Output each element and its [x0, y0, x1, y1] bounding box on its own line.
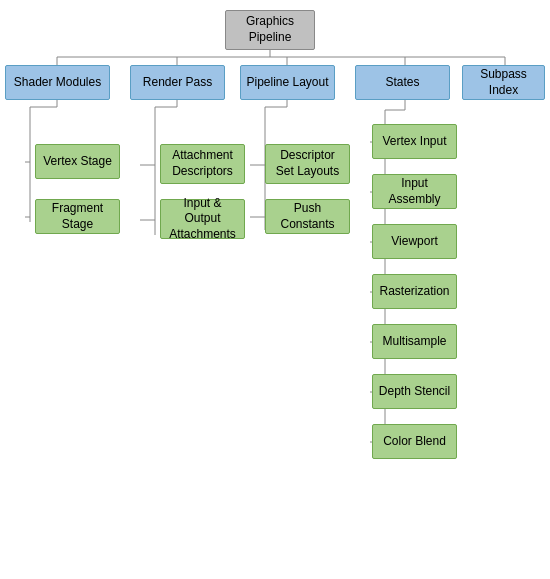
input-assembly-label: Input Assembly — [377, 176, 452, 207]
input-output-node: Input & Output Attachments — [160, 199, 245, 239]
shader-modules-node: Shader Modules — [5, 65, 110, 100]
graphics-pipeline-label: Graphics Pipeline — [230, 14, 310, 45]
fragment-stage-node: Fragment Stage — [35, 199, 120, 234]
color-blend-label: Color Blend — [383, 434, 446, 450]
graphics-pipeline-node: Graphics Pipeline — [225, 10, 315, 50]
vertex-input-node: Vertex Input — [372, 124, 457, 159]
viewport-label: Viewport — [391, 234, 437, 250]
subpass-index-label: Subpass Index — [467, 67, 540, 98]
rasterization-node: Rasterization — [372, 274, 457, 309]
depth-stencil-node: Depth Stencil — [372, 374, 457, 409]
multisample-node: Multisample — [372, 324, 457, 359]
viewport-node: Viewport — [372, 224, 457, 259]
push-constants-label: Push Constants — [270, 201, 345, 232]
descriptor-set-label: Descriptor Set Layouts — [270, 148, 345, 179]
multisample-label: Multisample — [382, 334, 446, 350]
render-pass-node: Render Pass — [130, 65, 225, 100]
vertex-input-label: Vertex Input — [382, 134, 446, 150]
attachment-desc-node: Attachment Descriptors — [160, 144, 245, 184]
input-output-label: Input & Output Attachments — [165, 196, 240, 243]
descriptor-set-node: Descriptor Set Layouts — [265, 144, 350, 184]
shader-modules-label: Shader Modules — [14, 75, 101, 91]
vertex-stage-label: Vertex Stage — [43, 154, 112, 170]
render-pass-label: Render Pass — [143, 75, 212, 91]
diagram: Graphics Pipeline Shader Modules Render … — [0, 0, 550, 579]
push-constants-node: Push Constants — [265, 199, 350, 234]
states-node: States — [355, 65, 450, 100]
fragment-stage-label: Fragment Stage — [40, 201, 115, 232]
subpass-index-node: Subpass Index — [462, 65, 545, 100]
pipeline-layout-label: Pipeline Layout — [246, 75, 328, 91]
rasterization-label: Rasterization — [379, 284, 449, 300]
states-label: States — [385, 75, 419, 91]
color-blend-node: Color Blend — [372, 424, 457, 459]
vertex-stage-node: Vertex Stage — [35, 144, 120, 179]
input-assembly-node: Input Assembly — [372, 174, 457, 209]
attachment-desc-label: Attachment Descriptors — [165, 148, 240, 179]
pipeline-layout-node: Pipeline Layout — [240, 65, 335, 100]
depth-stencil-label: Depth Stencil — [379, 384, 450, 400]
